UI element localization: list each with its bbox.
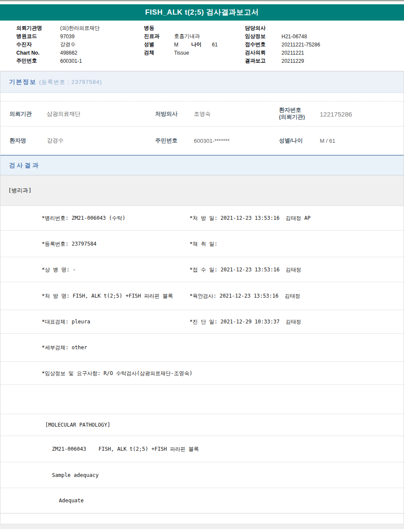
table-row: 의뢰기관 삼광의료재단 처방의사 조영숙 환자번호(의뢰기관) 12217528… (0, 101, 404, 126)
detail-right: *진 단 일: 2021-12-29 10:33:37 김태정 (190, 318, 301, 326)
label-patient-no-line1: 환자번호 (279, 107, 301, 113)
detail-right: *처 방 일: 2021-12-23 13:53:16 김태정 AP (190, 215, 311, 222)
patient-header-col3: 담당의사 임상정보 H21-06748 접수번호 20211221-75286 … (245, 24, 320, 65)
molecular-order-row: ZM21-006043 FISH, ALK t(2;5) +FISH 파라핀 블… (0, 436, 404, 462)
field-value: 20211221-75286 (282, 42, 320, 48)
field-sex-age: 성별 M 나이 61 (144, 40, 217, 49)
report-body: 기본정보 (등록번호 : 23797584) 의뢰기관 삼광의료재단 처방의사 … (0, 71, 404, 524)
label-requesting-org: 의뢰기관 (9, 110, 32, 118)
field-label: 병원코드 (16, 33, 60, 40)
detail-row-representative-specimen: *대표검체: pleura *진 단 일: 2021-12-29 10:33:3… (0, 310, 404, 334)
field-label-age: 나이 (191, 41, 212, 48)
field-chart-no: Chart No. 498662 (16, 49, 100, 57)
label-prescribing-doctor: 처방의사 (155, 110, 178, 118)
patient-header-col2: 병동 진료과 호흡기내과 성별 M 나이 61 검체 Tissue (144, 24, 217, 57)
field-label: 의뢰기관명 (16, 25, 60, 32)
field-label: 주민번호 (16, 57, 60, 65)
field-value: 20211229 (282, 58, 304, 64)
test-results-section-header: 검사결과 (0, 155, 404, 175)
field-value: 20211221 (282, 50, 304, 56)
top-border-strip (0, 0, 404, 1)
field-label: 병동 (144, 25, 174, 32)
field-attending-doctor: 담당의사 (245, 24, 320, 32)
label-patient-name: 환자명 (9, 137, 26, 145)
field-department: 진료과 호흡기내과 (144, 32, 217, 40)
field-clinical-info: 임상정보 H21-06748 (245, 32, 320, 40)
molecular-order-line: ZM21-006043 FISH, ALK t(2;5) +FISH 파라핀 블… (52, 446, 199, 453)
detail-right: *육안검사: 2021-12-23 13:53:16 김태정 (190, 292, 300, 300)
field-specimen: 검체 Tissue (144, 49, 217, 57)
molecular-pathology-header: [MOLECULAR PATHOLOGY] (45, 422, 110, 428)
detail-left: *세부검체: other (42, 344, 87, 351)
table-row: 환자명 강경수 주민번호 600301-******* 성별/나이 M / 61 (0, 126, 404, 155)
sample-adequacy-label: Sample adequacy (52, 472, 98, 478)
field-value-sex: M (174, 42, 178, 48)
basic-info-registration-no: (등록번호 : 23797584) (39, 78, 102, 86)
field-hospital-code: 병원코드 97039 (16, 32, 100, 40)
value-sex-age: M / 61 (320, 138, 335, 144)
field-label: 검사의뢰 (245, 49, 282, 56)
field-label: 결과보고 (245, 57, 282, 65)
basic-info-title: 기본정보 (9, 78, 37, 86)
report-title-bar: FISH_ALK t(2;5) 검사결과보고서 (0, 4, 404, 21)
sample-adequacy-value: Adequate (59, 498, 84, 504)
molecular-pathology-header-row: [MOLECULAR PATHOLOGY] (0, 414, 404, 436)
field-value-age: 61 (212, 42, 217, 48)
field-label: 진료과 (144, 33, 174, 40)
field-value: 97039 (60, 34, 74, 40)
patient-header-section: 의뢰기관명 (의)한라의료재단 병원코드 97039 수진자 강경수 Chart… (0, 21, 404, 71)
detail-row-sub-specimen: *세부검체: other (0, 334, 404, 362)
field-receipt-no: 접수번호 20211221-75286 (245, 40, 320, 49)
field-value: (의)한라의료재단 (60, 25, 100, 32)
detail-row-pathology-no: *병리번호: ZM21-006043 (수탁) *처 방 일: 2021-12-… (0, 206, 404, 231)
sample-adequacy-value-row: Adequate (0, 488, 404, 514)
field-examinee: 수진자 강경수 (16, 40, 100, 49)
field-ward: 병동 (144, 24, 217, 32)
value-patient-name: 강경수 (47, 137, 64, 145)
field-label: 접수번호 (245, 41, 282, 48)
detail-left: *병리번호: ZM21-006043 (수탁) (42, 215, 125, 222)
field-value: 600301-1 (60, 58, 82, 64)
bottom-border-strip (0, 524, 404, 529)
value-requesting-org: 삼광의료재단 (47, 110, 80, 118)
label-patient-no: 환자번호(의뢰기관) (279, 107, 305, 121)
label-resident-no: 주민번호 (155, 137, 178, 145)
department-label: [병리과] (8, 187, 32, 194)
field-label: 담당의사 (245, 25, 282, 32)
spacer-row (0, 514, 404, 524)
patient-header-col1: 의뢰기관명 (의)한라의료재단 병원코드 97039 수진자 강경수 Chart… (16, 24, 100, 65)
detail-left: *처 방 명: FISH, ALK t(2;5) +FISH 파라핀 블록 (42, 292, 173, 300)
spacer-row (0, 385, 404, 414)
detail-row-diagnosis-name: *상 병 명: - *접 수 일: 2021-12-23 13:53:16 김태… (0, 257, 404, 282)
field-value: Tissue (174, 50, 189, 56)
field-resident-no: 주민번호 600301-1 (16, 57, 100, 65)
report-title: FISH_ALK t(2;5) 검사결과보고서 (145, 7, 259, 17)
field-value: 호흡기내과 (174, 33, 200, 40)
detail-left: *등록번호: 23797584 (42, 240, 96, 247)
field-value: H21-06748 (282, 34, 307, 40)
value-patient-no: 122175286 (320, 110, 352, 117)
detail-right: *채 취 일: (190, 240, 217, 247)
field-result-reported: 결과보고 20211229 (245, 57, 320, 65)
label-sex-age: 성별/나이 (279, 137, 303, 145)
field-value: 498662 (60, 50, 77, 56)
field-label: 검체 (144, 49, 174, 56)
sample-adequacy-row: Sample adequacy (0, 462, 404, 488)
field-label: 수진자 (16, 41, 60, 48)
field-label: 임상정보 (245, 33, 282, 40)
detail-right: *접 수 일: 2021-12-23 13:53:16 김태정 (190, 266, 301, 273)
detail-row-registration-no: *등록번호: 23797584 *채 취 일: (0, 231, 404, 257)
field-requesting-org: 의뢰기관명 (의)한라의료재단 (16, 24, 100, 32)
detail-left: *임상정보 및 요구사항: R/O 수탁검사(삼광의료재단-조영숙) (42, 369, 193, 377)
value-prescribing-doctor: 조영숙 (194, 110, 211, 118)
basic-info-table: 의뢰기관 삼광의료재단 처방의사 조영숙 환자번호(의뢰기관) 12217528… (0, 93, 404, 155)
detail-left: *상 병 명: - (42, 266, 76, 273)
field-value: 강경수 (60, 41, 76, 48)
field-label: Chart No. (16, 50, 60, 56)
field-label-sex: 성별 (144, 41, 174, 48)
label-patient-no-line2: (의뢰기관) (279, 114, 305, 120)
detail-left: *대표검체: pleura (42, 318, 90, 326)
field-test-requested: 검사의뢰 20211221 (245, 49, 320, 57)
detail-row-clinical-request: *임상정보 및 요구사항: R/O 수탁검사(삼광의료재단-조영숙) (0, 362, 404, 385)
test-results-title: 검사결과 (9, 162, 40, 169)
